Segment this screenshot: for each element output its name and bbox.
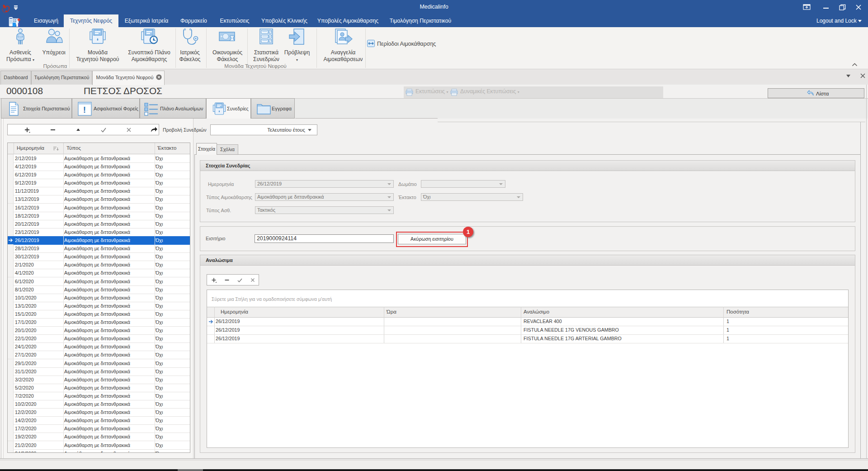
svg-text:!: ! [83,105,86,114]
